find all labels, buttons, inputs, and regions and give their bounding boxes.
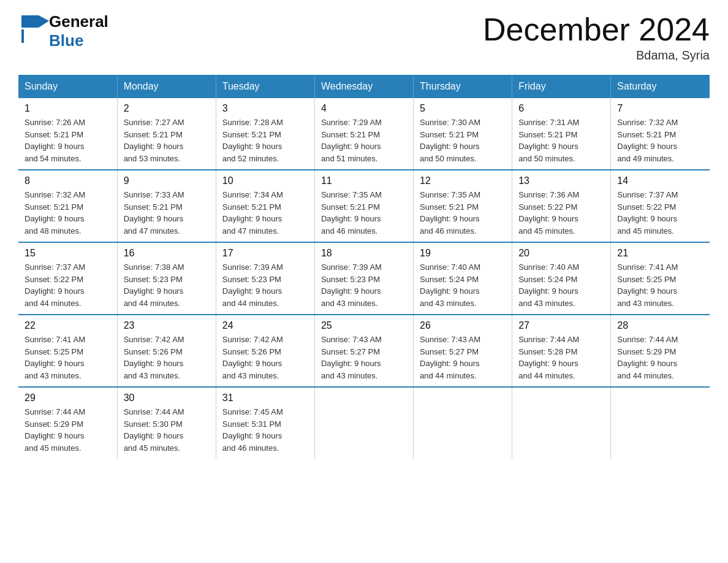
day-number: 25 (321, 320, 407, 331)
month-title: December 2024 (483, 12, 710, 47)
day-info: Sunrise: 7:33 AM Sunset: 5:21 PM Dayligh… (124, 189, 210, 237)
day-info: Sunrise: 7:30 AM Sunset: 5:21 PM Dayligh… (420, 117, 506, 164)
calendar-cell: 10 Sunrise: 7:34 AM Sunset: 5:21 PM Dayl… (216, 170, 314, 242)
calendar-header-row: SundayMondayTuesdayWednesdayThursdayFrid… (18, 75, 710, 98)
title-group: December 2024 Bdama, Syria (483, 12, 710, 63)
calendar-cell: 19 Sunrise: 7:40 AM Sunset: 5:24 PM Dayl… (414, 242, 512, 315)
calendar-cell: 15 Sunrise: 7:37 AM Sunset: 5:22 PM Dayl… (18, 242, 117, 315)
calendar-table: SundayMondayTuesdayWednesdayThursdayFrid… (18, 75, 710, 459)
day-number: 10 (222, 175, 308, 186)
calendar-cell (314, 387, 413, 459)
day-info: Sunrise: 7:42 AM Sunset: 5:26 PM Dayligh… (222, 334, 308, 381)
day-info: Sunrise: 7:41 AM Sunset: 5:25 PM Dayligh… (617, 261, 703, 309)
calendar-cell: 13 Sunrise: 7:36 AM Sunset: 5:22 PM Dayl… (512, 170, 611, 242)
header-wednesday: Wednesday (314, 75, 413, 98)
day-info: Sunrise: 7:44 AM Sunset: 5:28 PM Dayligh… (518, 334, 604, 381)
logo: General Blue (18, 12, 108, 50)
day-info: Sunrise: 7:42 AM Sunset: 5:26 PM Dayligh… (124, 334, 210, 381)
calendar-cell: 2 Sunrise: 7:27 AM Sunset: 5:21 PM Dayli… (117, 98, 216, 170)
header-monday: Monday (117, 75, 216, 98)
day-info: Sunrise: 7:43 AM Sunset: 5:27 PM Dayligh… (420, 334, 506, 381)
calendar-cell: 28 Sunrise: 7:44 AM Sunset: 5:29 PM Dayl… (611, 315, 710, 387)
svg-marker-1 (39, 15, 49, 28)
calendar-cell: 9 Sunrise: 7:33 AM Sunset: 5:21 PM Dayli… (117, 170, 216, 242)
calendar-cell: 11 Sunrise: 7:35 AM Sunset: 5:21 PM Dayl… (314, 170, 413, 242)
calendar-cell: 6 Sunrise: 7:31 AM Sunset: 5:21 PM Dayli… (512, 98, 611, 170)
day-info: Sunrise: 7:37 AM Sunset: 5:22 PM Dayligh… (617, 189, 703, 237)
calendar-cell: 3 Sunrise: 7:28 AM Sunset: 5:21 PM Dayli… (216, 98, 314, 170)
calendar-cell (611, 387, 710, 459)
day-info: Sunrise: 7:44 AM Sunset: 5:30 PM Dayligh… (124, 406, 210, 454)
calendar-cell: 18 Sunrise: 7:39 AM Sunset: 5:23 PM Dayl… (314, 242, 413, 315)
calendar-week-row: 1 Sunrise: 7:26 AM Sunset: 5:21 PM Dayli… (18, 98, 710, 170)
day-info: Sunrise: 7:26 AM Sunset: 5:21 PM Dayligh… (25, 117, 111, 164)
day-number: 16 (124, 248, 210, 259)
calendar-cell: 26 Sunrise: 7:43 AM Sunset: 5:27 PM Dayl… (414, 315, 512, 387)
calendar-cell: 25 Sunrise: 7:43 AM Sunset: 5:27 PM Dayl… (314, 315, 413, 387)
calendar-cell: 27 Sunrise: 7:44 AM Sunset: 5:28 PM Dayl… (512, 315, 611, 387)
day-number: 18 (321, 248, 407, 259)
header-tuesday: Tuesday (216, 75, 314, 98)
day-number: 20 (518, 248, 604, 259)
day-info: Sunrise: 7:37 AM Sunset: 5:22 PM Dayligh… (25, 261, 111, 309)
calendar-cell (414, 387, 512, 459)
day-number: 19 (420, 248, 506, 259)
logo-text: General Blue (49, 12, 108, 50)
day-info: Sunrise: 7:44 AM Sunset: 5:29 PM Dayligh… (617, 334, 703, 381)
calendar-week-row: 22 Sunrise: 7:41 AM Sunset: 5:25 PM Dayl… (18, 315, 710, 387)
logo-blue: Blue (49, 31, 108, 50)
day-info: Sunrise: 7:40 AM Sunset: 5:24 PM Dayligh… (518, 261, 604, 309)
day-number: 5 (420, 103, 506, 114)
header-sunday: Sunday (18, 75, 117, 98)
day-info: Sunrise: 7:43 AM Sunset: 5:27 PM Dayligh… (321, 334, 407, 381)
day-number: 2 (124, 103, 210, 114)
day-info: Sunrise: 7:40 AM Sunset: 5:24 PM Dayligh… (420, 261, 506, 309)
day-number: 4 (321, 103, 407, 114)
day-number: 24 (222, 320, 308, 331)
day-number: 12 (420, 175, 506, 186)
calendar-cell: 16 Sunrise: 7:38 AM Sunset: 5:23 PM Dayl… (117, 242, 216, 315)
day-number: 22 (25, 320, 111, 331)
day-info: Sunrise: 7:41 AM Sunset: 5:25 PM Dayligh… (25, 334, 111, 381)
day-info: Sunrise: 7:39 AM Sunset: 5:23 PM Dayligh… (321, 261, 407, 309)
day-info: Sunrise: 7:32 AM Sunset: 5:21 PM Dayligh… (25, 189, 111, 237)
day-number: 26 (420, 320, 506, 331)
calendar-cell: 17 Sunrise: 7:39 AM Sunset: 5:23 PM Dayl… (216, 242, 314, 315)
day-info: Sunrise: 7:27 AM Sunset: 5:21 PM Dayligh… (124, 117, 210, 164)
day-info: Sunrise: 7:44 AM Sunset: 5:29 PM Dayligh… (25, 406, 111, 454)
page-header: General Blue December 2024 Bdama, Syria (18, 12, 710, 63)
day-number: 31 (222, 393, 308, 404)
day-number: 1 (25, 103, 111, 114)
svg-rect-0 (21, 15, 39, 28)
calendar-week-row: 15 Sunrise: 7:37 AM Sunset: 5:22 PM Dayl… (18, 242, 710, 315)
day-info: Sunrise: 7:39 AM Sunset: 5:23 PM Dayligh… (222, 261, 308, 309)
calendar-cell: 20 Sunrise: 7:40 AM Sunset: 5:24 PM Dayl… (512, 242, 611, 315)
calendar-cell: 22 Sunrise: 7:41 AM Sunset: 5:25 PM Dayl… (18, 315, 117, 387)
calendar-week-row: 29 Sunrise: 7:44 AM Sunset: 5:29 PM Dayl… (18, 387, 710, 459)
day-number: 28 (617, 320, 703, 331)
svg-rect-2 (21, 29, 24, 43)
day-number: 29 (25, 393, 111, 404)
day-number: 3 (222, 103, 308, 114)
day-info: Sunrise: 7:35 AM Sunset: 5:21 PM Dayligh… (321, 189, 407, 237)
day-number: 6 (518, 103, 604, 114)
day-info: Sunrise: 7:45 AM Sunset: 5:31 PM Dayligh… (222, 406, 308, 454)
calendar-cell (512, 387, 611, 459)
calendar-cell: 8 Sunrise: 7:32 AM Sunset: 5:21 PM Dayli… (18, 170, 117, 242)
day-number: 17 (222, 248, 308, 259)
day-info: Sunrise: 7:36 AM Sunset: 5:22 PM Dayligh… (518, 189, 604, 237)
day-number: 8 (25, 175, 111, 186)
day-number: 9 (124, 175, 210, 186)
header-friday: Friday (512, 75, 611, 98)
day-number: 30 (124, 393, 210, 404)
header-saturday: Saturday (611, 75, 710, 98)
calendar-cell: 21 Sunrise: 7:41 AM Sunset: 5:25 PM Dayl… (611, 242, 710, 315)
calendar-cell: 30 Sunrise: 7:44 AM Sunset: 5:30 PM Dayl… (117, 387, 216, 459)
calendar-cell: 23 Sunrise: 7:42 AM Sunset: 5:26 PM Dayl… (117, 315, 216, 387)
day-number: 13 (518, 175, 604, 186)
day-number: 21 (617, 248, 703, 259)
calendar-cell: 12 Sunrise: 7:35 AM Sunset: 5:21 PM Dayl… (414, 170, 512, 242)
logo-icon (18, 12, 49, 46)
day-info: Sunrise: 7:38 AM Sunset: 5:23 PM Dayligh… (124, 261, 210, 309)
calendar-cell: 4 Sunrise: 7:29 AM Sunset: 5:21 PM Dayli… (314, 98, 413, 170)
